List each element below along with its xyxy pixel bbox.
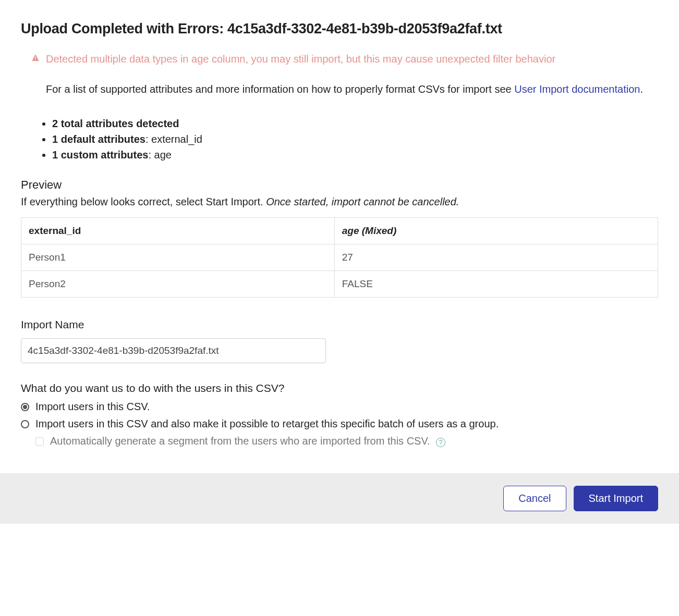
- radio-icon: [21, 403, 29, 411]
- default-attributes-rest: : external_id: [146, 133, 202, 145]
- radio-option-import-and-retarget[interactable]: Import users in this CSV and also make i…: [21, 418, 658, 430]
- list-item: 1 default attributes: external_id: [52, 131, 658, 147]
- helper-text: For a list of supported attributes and m…: [21, 81, 658, 97]
- checkbox-icon: [35, 437, 44, 446]
- help-icon[interactable]: ?: [436, 438, 445, 447]
- total-attributes-bold: 2 total attributes detected: [52, 118, 179, 129]
- start-import-button[interactable]: Start Import: [574, 486, 658, 511]
- import-name-input[interactable]: [21, 338, 326, 363]
- column-header-age: age (Mixed): [334, 218, 658, 244]
- auto-segment-checkbox-row[interactable]: Automatically generate a segment from th…: [35, 435, 658, 447]
- checkbox-label-text: Automatically generate a segment from th…: [50, 435, 430, 447]
- table-row: Person1 27: [21, 244, 658, 271]
- svg-rect-1: [35, 59, 35, 60]
- preview-hint: If everything below looks correct, selec…: [21, 196, 658, 208]
- checkbox-label: Automatically generate a segment from th…: [50, 435, 445, 447]
- table-row: Person2 FALSE: [21, 271, 658, 298]
- custom-attributes-rest: : age: [148, 149, 171, 161]
- svg-rect-0: [35, 57, 35, 59]
- list-item: 1 custom attributes: age: [52, 147, 658, 163]
- cell-age: 27: [334, 244, 658, 271]
- column-header-external-id: external_id: [21, 218, 335, 244]
- preview-title: Preview: [21, 178, 658, 192]
- preview-hint-plain: If everything below looks correct, selec…: [21, 196, 266, 207]
- cell-age: FALSE: [334, 271, 658, 298]
- cell-external-id: Person1: [21, 244, 335, 271]
- radio-label: Import users in this CSV and also make i…: [35, 418, 499, 430]
- table-header-row: external_id age (Mixed): [21, 218, 658, 244]
- import-name-label: Import Name: [21, 318, 658, 331]
- page-title: Upload Completed with Errors: 4c15a3df-3…: [21, 21, 658, 37]
- attribute-summary-list: 2 total attributes detected 1 default at…: [21, 116, 658, 163]
- footer-action-bar: Cancel Start Import: [0, 473, 679, 524]
- radio-icon: [21, 420, 29, 428]
- preview-hint-italic: Once started, import cannot be cancelled…: [266, 196, 459, 207]
- csv-action-question: What do you want us to do with the users…: [21, 382, 658, 395]
- warning-text: Detected multiple data types in age colu…: [46, 52, 555, 67]
- warning-banner: Detected multiple data types in age colu…: [21, 52, 658, 67]
- user-import-doc-link[interactable]: User Import documentation: [514, 83, 640, 95]
- custom-attributes-bold: 1 custom attributes: [52, 149, 148, 161]
- warning-icon: [31, 54, 40, 64]
- helper-text-pre: For a list of supported attributes and m…: [46, 83, 514, 95]
- preview-table: external_id age (Mixed) Person1 27 Perso…: [21, 217, 658, 298]
- cancel-button[interactable]: Cancel: [503, 486, 566, 511]
- radio-label: Import users in this CSV.: [35, 401, 150, 413]
- radio-option-import-only[interactable]: Import users in this CSV.: [21, 401, 658, 413]
- list-item: 2 total attributes detected: [52, 116, 658, 131]
- helper-text-post: .: [640, 83, 643, 95]
- cell-external-id: Person2: [21, 271, 335, 298]
- default-attributes-bold: 1 default attributes: [52, 133, 146, 145]
